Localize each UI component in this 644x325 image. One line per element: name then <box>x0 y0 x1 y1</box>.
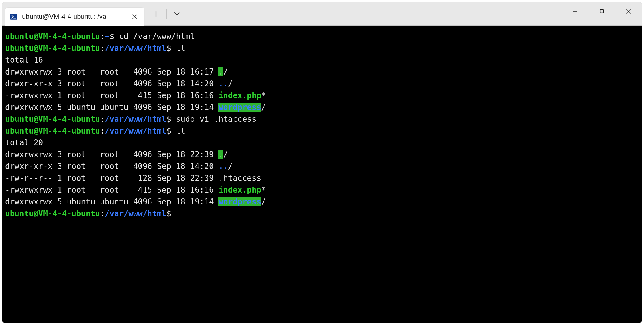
ls-row: drwxrwxrwx 5 ubuntu ubuntu 4096 Sep 18 1… <box>5 103 218 112</box>
command-text: sudo vi .htaccess <box>176 114 257 124</box>
terminal-content[interactable]: ubuntu@VM-4-4-ubuntu:~$ cd /var/www/html… <box>2 26 642 323</box>
prompt-user: ubuntu@VM-4-4-ubuntu <box>5 126 100 135</box>
ls-suffix: / <box>223 150 228 159</box>
ls-suffix: * <box>261 91 266 100</box>
ls-row: drwxrwxrwx 3 root root 4096 Sep 18 16:17 <box>5 67 218 76</box>
profile-dropdown-button[interactable] <box>168 5 186 23</box>
ls-suffix: / <box>228 79 233 88</box>
svg-rect-3 <box>600 10 604 13</box>
ls-row: drwxrwxrwx 5 ubuntu ubuntu 4096 Sep 18 1… <box>5 197 218 206</box>
ls-suffix: * <box>261 185 266 194</box>
minimize-button[interactable] <box>562 2 589 20</box>
prompt-colon: : <box>100 44 105 53</box>
ls-filename: .htaccess <box>218 174 261 183</box>
prompt-path: /var/www/html <box>105 126 167 135</box>
ls-filename: . <box>218 150 223 159</box>
prompt-symbol: $ <box>166 114 171 124</box>
divider <box>166 9 167 19</box>
prompt-colon: : <box>100 209 105 218</box>
output-line: total 16 <box>5 55 43 65</box>
prompt-path: /var/www/html <box>105 44 167 53</box>
prompt-colon: : <box>100 126 105 135</box>
ls-suffix: / <box>223 67 228 76</box>
prompt-user: ubuntu@VM-4-4-ubuntu <box>5 209 100 218</box>
tab-active[interactable]: ubuntu@VM-4-4-ubuntu: /va <box>5 8 144 26</box>
new-tab-button[interactable] <box>147 5 165 23</box>
prompt-path: /var/www/html <box>105 114 167 124</box>
ls-row: drwxr-xr-x 3 root root 4096 Sep 18 14:20 <box>5 79 218 88</box>
tab-close-button[interactable] <box>131 12 139 21</box>
titlebar[interactable]: ubuntu@VM-4-4-ubuntu: /va <box>2 2 642 26</box>
ls-filename: index.php <box>218 91 261 100</box>
ls-suffix: / <box>261 197 266 206</box>
prompt-symbol: $ <box>109 32 114 41</box>
ls-row: -rwxrwxrwx 1 root root 415 Sep 18 16:16 <box>5 91 218 100</box>
prompt-symbol: $ <box>166 126 171 135</box>
prompt-symbol: $ <box>166 209 171 218</box>
ls-filename: . <box>218 67 223 76</box>
ls-filename: wordpress <box>218 197 261 206</box>
ls-filename: index.php <box>218 185 261 194</box>
output-line: total 20 <box>5 138 43 147</box>
prompt-colon: : <box>100 32 105 41</box>
ls-suffix: / <box>261 103 266 112</box>
tab-strip-controls <box>147 5 186 23</box>
prompt-symbol: $ <box>166 44 171 53</box>
terminal-window: ubuntu@VM-4-4-ubuntu: /va <box>2 2 642 323</box>
prompt-user: ubuntu@VM-4-4-ubuntu <box>5 114 100 124</box>
prompt-path: ~ <box>105 32 110 41</box>
ls-suffix: / <box>228 162 233 171</box>
maximize-button[interactable] <box>589 2 615 20</box>
ls-filename: .. <box>218 79 228 88</box>
ls-row: drwxrwxrwx 3 root root 4096 Sep 18 22:39 <box>5 150 218 159</box>
ls-row: -rwxrwxrwx 1 root root 415 Sep 18 16:16 <box>5 185 218 194</box>
prompt-path: /var/www/html <box>105 209 167 218</box>
command-text: ll <box>176 126 185 135</box>
ls-filename: wordpress <box>218 103 261 112</box>
command-text: ll <box>176 44 185 53</box>
command-text: cd /var/www/html <box>119 32 195 41</box>
powershell-icon <box>9 12 18 21</box>
prompt-user: ubuntu@VM-4-4-ubuntu <box>5 32 100 41</box>
prompt-user: ubuntu@VM-4-4-ubuntu <box>5 44 100 53</box>
ls-row: -rw-r--r-- 1 root root 128 Sep 18 22:39 <box>5 174 218 183</box>
prompt-colon: : <box>100 114 105 124</box>
window-controls <box>562 2 642 20</box>
ls-row: drwxr-xr-x 3 root root 4096 Sep 18 14:20 <box>5 162 218 171</box>
ls-filename: .. <box>218 162 228 171</box>
close-button[interactable] <box>615 2 642 20</box>
tab-title: ubuntu@VM-4-4-ubuntu: /va <box>22 13 126 21</box>
